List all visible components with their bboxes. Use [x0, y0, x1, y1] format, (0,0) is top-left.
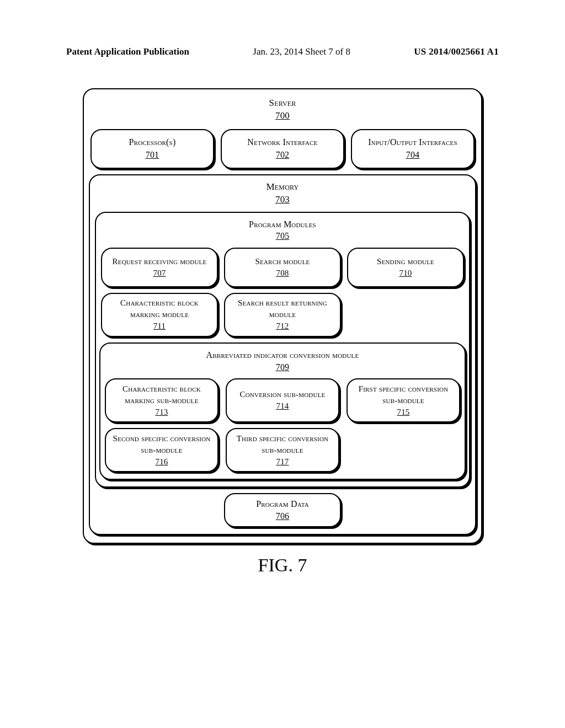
first-spec-conv-title: First specific conversion sub-module	[351, 383, 456, 406]
request-receiving-title: Request receiving module	[113, 256, 207, 267]
sending-module-box: Sending module 710	[347, 248, 464, 287]
program-modules-num: 705	[276, 231, 290, 240]
char-block-marking-module-box: Characteristic block marking module 711	[101, 293, 218, 337]
sending-module-num: 710	[399, 267, 412, 279]
program-data-num: 706	[276, 510, 290, 522]
processor-box: Processor(s) 701	[90, 129, 214, 169]
search-module-title: Search module	[255, 256, 310, 267]
request-receiving-num: 707	[153, 267, 166, 279]
request-receiving-module-box: Request receiving module 707	[101, 248, 218, 287]
processor-num: 701	[146, 149, 159, 161]
network-interface-num: 702	[276, 149, 290, 161]
conversion-sub-title: Conversion sub-module	[240, 389, 326, 400]
io-interfaces-box: Input/Output Interfaces 704	[351, 129, 475, 169]
char-block-marking-title: Characteristic block marking module	[105, 297, 214, 320]
memory-num: 703	[275, 194, 290, 205]
top-row: Processor(s) 701 Network Interface 702 I…	[90, 129, 475, 169]
figure: Server 700 Processor(s) 701 Network Inte…	[83, 88, 482, 576]
search-result-returning-title: Search result returning module	[228, 297, 337, 320]
page: Patent Application Publication Jan. 23, …	[0, 0, 565, 728]
program-modules-box: Program Modules 705 Request receiving mo…	[95, 212, 470, 488]
conv-row-2: Second specific conversion sub-module 71…	[105, 428, 460, 472]
server-title-text: Server	[269, 98, 296, 108]
abbrev-indicator-conversion-module-box: Abbreviated indicator conversion module …	[99, 342, 466, 480]
program-modules-title-text: Program Modules	[249, 220, 316, 229]
search-module-num: 708	[276, 267, 289, 279]
io-interfaces-num: 704	[406, 149, 420, 161]
modules-row-1: Request receiving module 707 Search modu…	[101, 248, 464, 287]
second-specific-conversion-submodule-box: Second specific conversion sub-module 71…	[105, 428, 218, 472]
search-result-returning-num: 712	[276, 320, 289, 332]
placeholder-box-2	[347, 428, 460, 472]
third-spec-conv-num: 717	[276, 456, 289, 468]
program-data-title: Program Data	[256, 498, 309, 510]
sending-module-title: Sending module	[377, 256, 434, 267]
char-block-marking-sub-num: 713	[155, 406, 168, 418]
third-spec-conv-title: Third specific conversion sub-module	[230, 433, 335, 456]
page-header: Patent Application Publication Jan. 23, …	[0, 46, 565, 57]
program-data-box: Program Data 706	[224, 493, 341, 527]
conversion-sub-num: 714	[276, 400, 289, 412]
header-left: Patent Application Publication	[66, 46, 189, 57]
placeholder-box	[347, 293, 464, 337]
char-block-marking-submodule-box: Characteristic block marking sub-module …	[105, 378, 218, 422]
server-box: Server 700 Processor(s) 701 Network Inte…	[83, 88, 482, 544]
first-spec-conv-num: 715	[397, 406, 409, 418]
convmod-title: Abbreviated indicator conversion module …	[206, 349, 359, 373]
convmod-title-text: Abbreviated indicator conversion module	[206, 350, 359, 360]
program-modules-title: Program Modules 705	[249, 218, 316, 242]
server-title: Server 700	[269, 97, 296, 122]
header-center: Jan. 23, 2014 Sheet 7 of 8	[253, 46, 350, 57]
network-interface-title: Network Interface	[247, 136, 317, 148]
memory-title: Memory 703	[266, 181, 299, 206]
second-spec-conv-title: Second specific conversion sub-module	[109, 433, 214, 456]
first-specific-conversion-submodule-box: First specific conversion sub-module 715	[347, 378, 460, 422]
second-spec-conv-num: 716	[155, 456, 168, 468]
search-module-box: Search module 708	[224, 248, 341, 287]
processor-title: Processor(s)	[129, 136, 176, 148]
char-block-marking-sub-title: Characteristic block marking sub-module	[109, 383, 214, 406]
figure-caption: FIG. 7	[83, 555, 482, 576]
search-result-returning-module-box: Search result returning module 712	[224, 293, 341, 337]
modules-row-2: Characteristic block marking module 711 …	[101, 293, 464, 337]
memory-box: Memory 703 Program Modules 705 Request r…	[89, 174, 476, 535]
server-num: 700	[275, 110, 290, 121]
char-block-marking-num: 711	[153, 320, 166, 332]
memory-title-text: Memory	[266, 181, 299, 192]
conversion-submodule-box: Conversion sub-module 714	[226, 378, 339, 422]
io-interfaces-title: Input/Output Interfaces	[368, 136, 457, 148]
conv-row-1: Characteristic block marking sub-module …	[105, 378, 460, 422]
header-right: US 2014/0025661 A1	[414, 46, 499, 57]
program-data-row: Program Data 706	[95, 493, 470, 527]
network-interface-box: Network Interface 702	[221, 129, 344, 169]
convmod-num: 709	[276, 362, 290, 372]
third-specific-conversion-submodule-box: Third specific conversion sub-module 717	[226, 428, 339, 472]
